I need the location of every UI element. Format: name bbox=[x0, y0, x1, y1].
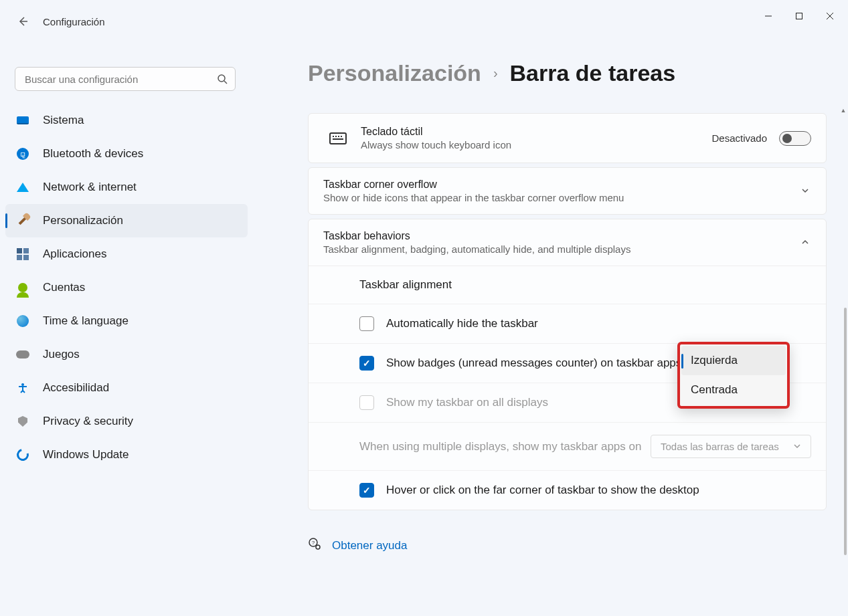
badges-checkbox[interactable] bbox=[359, 356, 374, 371]
card-title: Teclado táctil bbox=[361, 126, 711, 138]
chevron-down-icon bbox=[793, 441, 801, 452]
row-auto-hide[interactable]: Automatically hide the taskbar bbox=[309, 304, 826, 343]
accessibility-icon bbox=[16, 381, 29, 395]
sidebar-nav: Sistema ⚼Bluetooth & devices Network & i… bbox=[5, 104, 248, 472]
card-subtitle: Always show touch keyboard icon bbox=[361, 139, 711, 150]
card-title: Taskbar behaviors bbox=[323, 230, 630, 242]
shield-icon bbox=[16, 415, 29, 428]
sidebar-item-label: Cuentas bbox=[43, 281, 85, 294]
sidebar-item-personalization[interactable]: Personalización bbox=[5, 204, 248, 237]
keyboard-icon bbox=[323, 132, 353, 144]
sidebar-item-label: Time & language bbox=[43, 314, 129, 328]
system-icon bbox=[16, 114, 29, 127]
app-title: Configuración bbox=[43, 16, 105, 27]
sidebar-item-network[interactable]: Network & internet bbox=[5, 171, 248, 204]
wifi-icon bbox=[16, 181, 29, 194]
chevron-right-icon: › bbox=[493, 66, 498, 81]
gamepad-icon bbox=[16, 348, 29, 361]
content: Teclado táctil Always show touch keyboar… bbox=[308, 113, 827, 554]
card-title: Taskbar corner overflow bbox=[323, 179, 624, 191]
help-link-row: ? Obtener ayuda bbox=[308, 537, 827, 554]
sidebar-item-update[interactable]: Windows Update bbox=[5, 438, 248, 472]
sidebar-item-bluetooth[interactable]: ⚼Bluetooth & devices bbox=[5, 137, 248, 171]
svg-point-7 bbox=[21, 383, 24, 386]
svg-text:?: ? bbox=[312, 540, 315, 546]
breadcrumb-parent[interactable]: Personalización bbox=[308, 60, 481, 86]
sidebar-item-label: Network & internet bbox=[43, 181, 137, 194]
header: Configuración bbox=[16, 15, 105, 28]
sidebar-item-time[interactable]: Time & language bbox=[5, 304, 248, 338]
sidebar-item-label: Accesibilidad bbox=[43, 381, 109, 395]
svg-rect-1 bbox=[796, 13, 802, 19]
scrollbar-thumb[interactable] bbox=[844, 308, 847, 555]
sidebar-item-label: Sistema bbox=[43, 114, 84, 127]
svg-point-5 bbox=[218, 75, 225, 82]
maximize-button[interactable] bbox=[784, 5, 815, 27]
svg-point-10 bbox=[316, 545, 320, 549]
search-icon bbox=[217, 74, 228, 87]
apps-icon bbox=[16, 247, 29, 261]
search-wrap bbox=[15, 67, 236, 91]
alignment-option-center[interactable]: Centrada bbox=[681, 375, 786, 405]
multi-display-select: Todas las barras de tareas bbox=[651, 435, 811, 458]
chevron-down-icon bbox=[800, 186, 811, 197]
setting-label: Taskbar alignment bbox=[359, 278, 811, 292]
alignment-option-left[interactable]: Izquierda bbox=[681, 346, 786, 375]
main: Personalización › Barra de tareas Teclad… bbox=[308, 60, 836, 616]
page-title: Barra de tareas bbox=[510, 60, 676, 86]
hover-corner-checkbox[interactable] bbox=[359, 483, 374, 498]
sidebar-item-label: Privacy & security bbox=[43, 415, 133, 428]
select-value: Todas las barras de tareas bbox=[661, 441, 779, 452]
alignment-dropdown: Izquierda Centrada bbox=[677, 342, 790, 409]
setting-label: Hover or click on the far corner of task… bbox=[386, 484, 811, 497]
scroll-up-icon[interactable]: ▲ bbox=[840, 107, 847, 114]
row-hover-corner[interactable]: Hover or click on the far corner of task… bbox=[309, 470, 826, 510]
close-button[interactable] bbox=[815, 5, 845, 27]
auto-hide-checkbox[interactable] bbox=[359, 316, 374, 331]
get-help-link[interactable]: Obtener ayuda bbox=[332, 539, 407, 552]
bluetooth-icon: ⚼ bbox=[16, 147, 29, 161]
card-subtitle: Show or hide icons that appear in the ta… bbox=[323, 192, 624, 203]
sidebar-item-label: Bluetooth & devices bbox=[43, 147, 143, 161]
sidebar-item-privacy[interactable]: Privacy & security bbox=[5, 405, 248, 438]
card-corner-overflow[interactable]: Taskbar corner overflow Show or hide ico… bbox=[308, 167, 827, 215]
touch-keyboard-toggle[interactable] bbox=[779, 131, 811, 146]
sidebar-item-accounts[interactable]: Cuentas bbox=[5, 271, 248, 304]
person-icon bbox=[16, 281, 29, 294]
minimize-button[interactable] bbox=[753, 5, 784, 27]
search-input[interactable] bbox=[15, 67, 236, 91]
sidebar-item-label: Personalización bbox=[43, 214, 123, 227]
globe-icon bbox=[16, 314, 29, 328]
chevron-up-icon bbox=[800, 237, 811, 248]
back-button[interactable] bbox=[16, 15, 29, 28]
sidebar-item-accessibility[interactable]: Accesibilidad bbox=[5, 371, 248, 405]
sidebar-item-sistema[interactable]: Sistema bbox=[5, 104, 248, 137]
sidebar-item-label: Juegos bbox=[43, 348, 80, 361]
toggle-state-label: Desactivado bbox=[711, 132, 767, 144]
titlebar bbox=[0, 0, 848, 32]
breadcrumb: Personalización › Barra de tareas bbox=[308, 60, 836, 86]
row-taskbar-alignment: Taskbar alignment bbox=[309, 266, 826, 304]
svg-line-6 bbox=[224, 81, 227, 84]
update-icon bbox=[16, 448, 29, 461]
behaviors-header[interactable]: Taskbar behaviors Taskbar alignment, bad… bbox=[309, 219, 826, 266]
row-multi-display-apps: When using multiple displays, show my ta… bbox=[309, 422, 826, 470]
all-displays-checkbox bbox=[359, 395, 374, 410]
help-icon: ? bbox=[308, 537, 321, 554]
sidebar-item-gaming[interactable]: Juegos bbox=[5, 338, 248, 371]
brush-icon bbox=[16, 214, 29, 227]
sidebar-item-apps[interactable]: Aplicaciones bbox=[5, 237, 248, 271]
card-touch-keyboard: Teclado táctil Always show touch keyboar… bbox=[308, 113, 827, 163]
setting-label: Automatically hide the taskbar bbox=[386, 317, 811, 330]
sidebar-item-label: Aplicaciones bbox=[43, 247, 106, 261]
sidebar-item-label: Windows Update bbox=[43, 448, 129, 461]
setting-label: When using multiple displays, show my ta… bbox=[359, 440, 651, 453]
card-subtitle: Taskbar alignment, badging, automaticall… bbox=[323, 243, 630, 255]
